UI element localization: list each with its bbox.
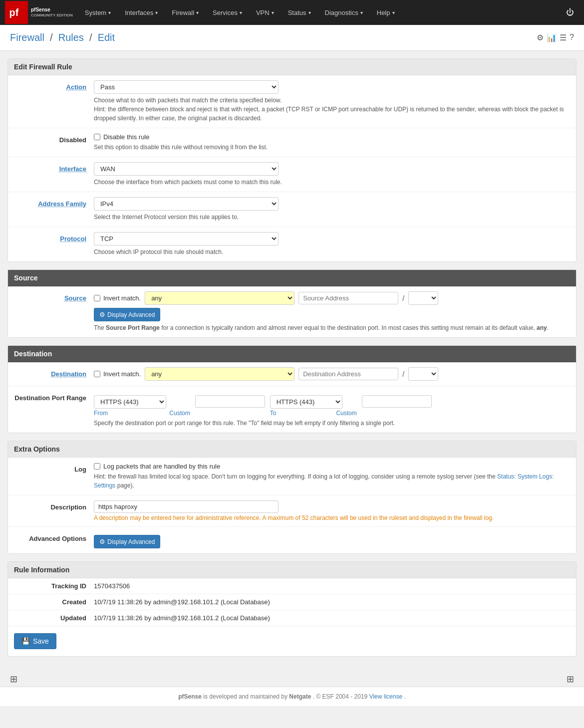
caret-icon: ▾: [155, 10, 158, 15]
source-any-bold: any: [537, 324, 547, 331]
main-content: Edit Firewall Rule Action Pass Block Rej…: [0, 51, 584, 672]
save-button[interactable]: 💾 Save: [14, 633, 56, 649]
brand-edition: COMMUNITY EDITION: [31, 13, 73, 18]
source-invert-checkbox[interactable]: [94, 295, 100, 301]
source-address-input[interactable]: [298, 292, 398, 304]
footer-right-icon[interactable]: ⊞: [567, 674, 574, 685]
breadcrumb-actions: ⚙ 📊 ☰ ?: [537, 33, 574, 42]
breadcrumb-rules[interactable]: Rules: [58, 32, 84, 43]
address-family-select[interactable]: IPv4 IPv6 IPv4+IPv6: [94, 197, 279, 211]
action-link[interactable]: Action: [66, 83, 86, 91]
log-checkbox-label: Log packets that are handled by this rul…: [103, 463, 220, 470]
port-range-row: HTTPS (443) HTTP (80) Custom From Custom: [94, 395, 570, 417]
save-icon: 💾: [21, 637, 30, 645]
save-wrapper: 💾 Save: [8, 626, 576, 656]
interface-label: Interface: [14, 162, 94, 173]
destination-link[interactable]: Destination: [51, 370, 86, 378]
source-link[interactable]: Source: [64, 294, 86, 302]
destination-type-select[interactable]: any Single host or alias Network WAN sub…: [145, 367, 294, 381]
description-input[interactable]: https haproxy: [94, 500, 279, 513]
destination-cidr-select[interactable]: 8 16 24 32: [408, 367, 438, 381]
port-to-custom-input[interactable]: [362, 395, 432, 408]
description-label: Description: [14, 500, 94, 511]
nav-items: System ▾ Interfaces ▾ Firewall ▾ Service…: [78, 0, 402, 25]
nav-vpn[interactable]: VPN ▾: [249, 0, 281, 25]
settings-icon[interactable]: ⚙: [537, 33, 544, 42]
chart-icon[interactable]: 📊: [547, 33, 557, 42]
nav-help[interactable]: Help ▾: [370, 0, 402, 25]
created-value: 10/7/19 11:38:26 by admin@192.168.101.2 …: [94, 598, 570, 606]
disabled-checkbox[interactable]: [94, 134, 100, 140]
caret-icon: ▾: [108, 10, 111, 15]
destination-invert-checkbox[interactable]: [94, 371, 100, 377]
address-family-content: IPv4 IPv6 IPv4+IPv6 Select the Internet …: [94, 197, 570, 222]
navbar-right: ⏻: [561, 0, 584, 25]
interface-link[interactable]: Interface: [59, 165, 86, 173]
footer: pfSense is developed and maintained by N…: [0, 687, 584, 706]
destination-invert-row: Invert match.: [94, 370, 141, 378]
source-port-range-hint: The Source Port Range for a connection i…: [94, 323, 570, 332]
nav-status[interactable]: Status ▾: [281, 0, 318, 25]
port-from-select[interactable]: HTTPS (443) HTTP (80) Custom: [94, 395, 166, 409]
created-label: Created: [14, 598, 94, 606]
port-from-sublabel: From Custom: [94, 410, 190, 417]
brand-name: pfSense: [31, 7, 50, 12]
protocol-link[interactable]: Protocol: [60, 235, 86, 243]
nav-diagnostics[interactable]: Diagnostics ▾: [318, 0, 370, 25]
breadcrumb-firewall[interactable]: Firewall: [10, 32, 44, 43]
interface-hint: Choose the interface from which packets …: [94, 178, 570, 187]
source-heading: Source: [8, 270, 576, 286]
nav-firewall[interactable]: Firewall ▾: [165, 0, 206, 25]
interface-select[interactable]: WAN LAN OPT1: [94, 162, 279, 176]
destination-port-range-label: Destination Port Range: [14, 391, 94, 402]
breadcrumb: Firewall / Rules / Edit: [10, 32, 115, 43]
log-checkbox[interactable]: [94, 463, 100, 470]
created-row: Created 10/7/19 11:38:26 by admin@192.16…: [8, 594, 576, 610]
nav-system[interactable]: System ▾: [78, 0, 118, 25]
tracking-id-label: Tracking ID: [14, 582, 94, 590]
protocol-select[interactable]: TCP UDP TCP/UDP ICMP Any: [94, 232, 279, 245]
port-from-custom-input[interactable]: [195, 395, 265, 408]
action-select[interactable]: Pass Block Reject: [94, 80, 279, 94]
port-from-custom-label: [195, 409, 265, 416]
power-icon[interactable]: ⏻: [561, 0, 579, 25]
navbar: pf pfSense COMMUNITY EDITION System ▾ In…: [0, 0, 584, 25]
disabled-checkbox-row: Disable this rule: [94, 133, 570, 141]
help-icon[interactable]: ?: [570, 33, 574, 42]
extra-options-heading: Extra Options: [8, 441, 576, 458]
port-to-custom-group: [362, 395, 432, 416]
footer-left-icon[interactable]: ⊞: [10, 674, 17, 685]
protocol-row: Protocol TCP UDP TCP/UDP ICMP Any Choose…: [8, 227, 576, 261]
advanced-options-content: ⚙ Display Advanced: [94, 532, 570, 548]
source-panel: Source Source Invert match. any Single h…: [7, 269, 577, 338]
source-display-advanced-label: Display Advanced: [107, 311, 155, 318]
extra-options-body: Log Log packets that are handled by this…: [8, 458, 576, 553]
port-to-select[interactable]: HTTPS (443) HTTP (80) Custom: [270, 395, 342, 409]
destination-panel: Destination Destination Invert match. an…: [7, 345, 577, 433]
address-family-label: Address Family: [14, 197, 94, 208]
source-type-select[interactable]: any Single host or alias Network WAN sub…: [145, 291, 294, 305]
caret-icon: ▾: [272, 10, 274, 15]
action-row: Action Pass Block Reject Choose what to …: [8, 75, 576, 128]
source-display-advanced-button[interactable]: ⚙ Display Advanced: [94, 308, 160, 321]
port-to-sublabel: To Custom: [270, 410, 357, 417]
log-row: Log Log packets that are handled by this…: [8, 458, 576, 495]
destination-address-input[interactable]: [298, 368, 398, 380]
brand-text: pfSense COMMUNITY EDITION: [28, 7, 73, 18]
advanced-options-btn-label: Display Advanced: [107, 538, 155, 545]
nav-interfaces[interactable]: Interfaces ▾: [118, 0, 165, 25]
description-content: https haproxy A description may be enter…: [94, 500, 570, 521]
pfsense-logo: pf: [5, 1, 28, 24]
updated-row: Updated 10/7/19 11:38:26 by admin@192.16…: [8, 610, 576, 626]
source-cidr-select[interactable]: 8 16 24 32: [408, 291, 438, 305]
pfsense-logo-svg: pf: [7, 3, 25, 21]
caret-icon: ▾: [196, 10, 199, 15]
advanced-options-display-button[interactable]: ⚙ Display Advanced: [94, 535, 160, 548]
log-content: Log packets that are handled by this rul…: [94, 463, 570, 490]
address-family-link[interactable]: Address Family: [38, 200, 86, 208]
footer-view-license-link[interactable]: View license: [369, 693, 402, 700]
list-icon[interactable]: ☰: [560, 33, 567, 42]
protocol-label: Protocol: [14, 232, 94, 243]
nav-services[interactable]: Services ▾: [206, 0, 249, 25]
breadcrumb-edit: Edit: [98, 32, 115, 43]
